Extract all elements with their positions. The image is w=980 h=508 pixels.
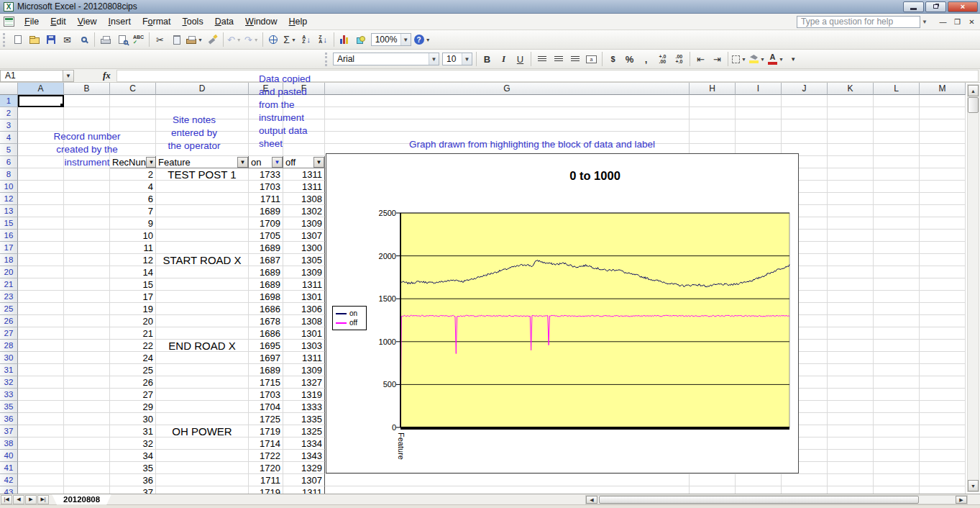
row-header-3[interactable]: 3	[0, 119, 18, 132]
cell-l1[interactable]	[874, 95, 920, 107]
cell-l23[interactable]	[874, 291, 920, 303]
cell-l16[interactable]	[874, 230, 920, 242]
dropdown-arrow-icon[interactable]: ▼	[779, 57, 784, 62]
minimize-button[interactable]	[903, 1, 924, 12]
cell-l26[interactable]	[874, 315, 920, 327]
cell-k18[interactable]	[828, 254, 874, 266]
cell-c43[interactable]: 37	[110, 486, 156, 494]
select-all-corner[interactable]	[0, 83, 18, 95]
cell-d37[interactable]: OH POWER	[156, 425, 249, 437]
cell-h43[interactable]	[690, 486, 736, 494]
cell-e27[interactable]: 1686	[249, 327, 283, 340]
cell-c1[interactable]	[110, 95, 156, 107]
cell-m35[interactable]	[920, 401, 966, 413]
cell-d36[interactable]	[156, 413, 249, 425]
cell-c26[interactable]: 20	[110, 315, 156, 327]
cell-f12[interactable]: 1308	[283, 193, 325, 205]
cell-k10[interactable]	[828, 181, 874, 193]
cell-h3[interactable]	[690, 119, 736, 132]
row-header-41[interactable]: 41	[0, 462, 18, 474]
cell-k4[interactable]	[828, 132, 874, 144]
cell-m12[interactable]	[920, 193, 966, 205]
cell-m43[interactable]	[920, 486, 966, 494]
cell-m15[interactable]	[920, 217, 966, 230]
cell-b1[interactable]	[64, 95, 110, 107]
column-header-a[interactable]: A	[18, 83, 64, 95]
cell-l18[interactable]	[874, 254, 920, 266]
cell-k5[interactable]	[828, 144, 874, 156]
cell-d42[interactable]	[156, 474, 249, 486]
dropdown-arrow-icon[interactable]: ▼	[237, 37, 242, 42]
cell-k3[interactable]	[828, 119, 874, 132]
cell-k13[interactable]	[828, 205, 874, 217]
vertical-scrollbar[interactable]: ▲▼	[967, 84, 979, 492]
row-header-35[interactable]: 35	[0, 401, 18, 413]
cell-b42[interactable]	[64, 474, 110, 486]
cell-f21[interactable]: 1311	[283, 278, 325, 291]
cell-l25[interactable]	[874, 303, 920, 315]
menu-tools[interactable]: Tools	[176, 14, 209, 30]
cell-b21[interactable]	[64, 278, 110, 291]
cell-m32[interactable]	[920, 376, 966, 389]
cell-b16[interactable]	[64, 230, 110, 242]
search-button[interactable]	[75, 32, 92, 47]
cell-k17[interactable]	[828, 242, 874, 254]
row-header-30[interactable]: 30	[0, 352, 18, 364]
cell-l2[interactable]	[874, 107, 920, 119]
align-left-button[interactable]	[533, 51, 550, 67]
cell-d30[interactable]	[156, 352, 249, 364]
cell-l21[interactable]	[874, 278, 920, 291]
cell-m27[interactable]	[920, 327, 966, 340]
print-button[interactable]	[97, 32, 114, 47]
cell-k40[interactable]	[828, 450, 874, 462]
zoom-combo[interactable]: 100%▼	[371, 33, 411, 46]
cell-e32[interactable]: 1715	[249, 376, 283, 389]
cell-b2[interactable]	[64, 107, 110, 119]
cell-e37[interactable]: 1719	[249, 425, 283, 437]
cell-l28[interactable]	[874, 340, 920, 352]
cell-b40[interactable]	[64, 450, 110, 462]
cell-c30[interactable]: 24	[110, 352, 156, 364]
cell-c37[interactable]: 31	[110, 425, 156, 437]
align-center-button[interactable]	[550, 51, 567, 67]
cell-b13[interactable]	[64, 205, 110, 217]
cell-m2[interactable]	[920, 107, 966, 119]
spelling-button[interactable]: ABC✓	[130, 32, 147, 47]
cell-d23[interactable]	[156, 291, 249, 303]
next-sheet-button[interactable]: ▶	[25, 495, 37, 504]
cell-k28[interactable]	[828, 340, 874, 352]
cell-h2[interactable]	[690, 107, 736, 119]
cell-f30[interactable]: 1311	[283, 352, 325, 364]
cell-f18[interactable]: 1305	[283, 254, 325, 266]
cell-c35[interactable]: 29	[110, 401, 156, 413]
cell-c15[interactable]: 9	[110, 217, 156, 230]
cell-f41[interactable]: 1329	[283, 462, 325, 474]
cell-m30[interactable]	[920, 352, 966, 364]
row-header-43[interactable]: 43	[0, 486, 18, 494]
previous-sheet-button[interactable]: ◀	[13, 495, 24, 504]
embedded-chart[interactable]: 0 to 100005001000150020002500onoffFeatur…	[326, 153, 799, 473]
new-document-button[interactable]	[9, 32, 26, 47]
cell-d27[interactable]	[156, 327, 249, 340]
paste-button[interactable]: ▼	[185, 32, 204, 47]
cell-a32[interactable]	[18, 376, 64, 389]
comma-button[interactable]: ,	[638, 51, 654, 67]
row-header-1[interactable]: 1	[0, 95, 18, 107]
cell-a21[interactable]	[18, 278, 64, 291]
cell-e41[interactable]: 1720	[249, 462, 283, 474]
cell-c2[interactable]	[110, 107, 156, 119]
cell-d10[interactable]	[156, 181, 249, 193]
cell-f38[interactable]: 1334	[283, 437, 325, 450]
cell-l3[interactable]	[874, 119, 920, 132]
dropdown-arrow-icon[interactable]: ▼	[760, 57, 765, 62]
cell-e8[interactable]: 1733	[249, 168, 283, 181]
merge-center-button[interactable]: a	[583, 51, 600, 67]
cell-e13[interactable]: 1689	[249, 205, 283, 217]
toolbar-drag-handle[interactable]	[325, 53, 329, 66]
cell-e18[interactable]: 1687	[249, 254, 283, 266]
cell-a25[interactable]	[18, 303, 64, 315]
cell-k41[interactable]	[828, 462, 874, 474]
cell-f26[interactable]: 1308	[283, 315, 325, 327]
cell-a26[interactable]	[18, 315, 64, 327]
row-header-15[interactable]: 15	[0, 217, 18, 230]
